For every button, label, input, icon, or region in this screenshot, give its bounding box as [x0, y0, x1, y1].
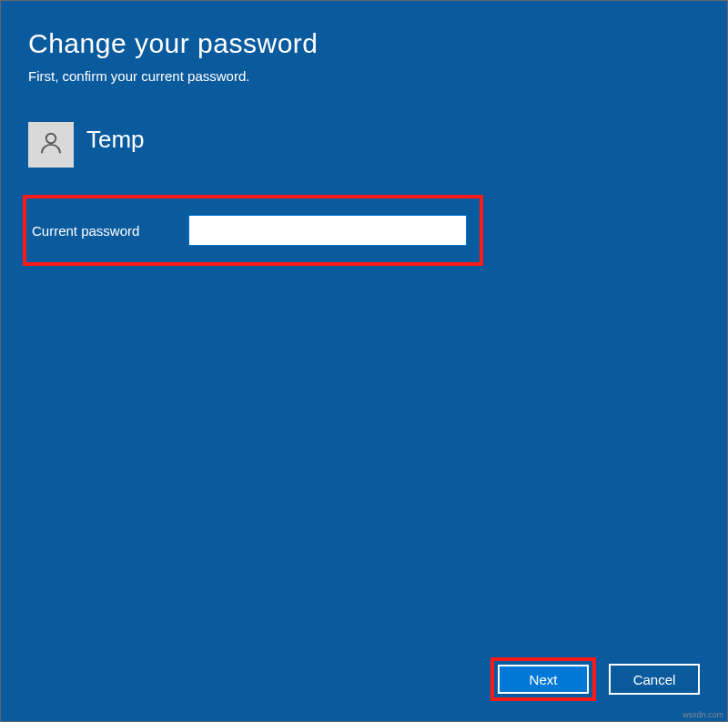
- page-subtitle: First, confirm your current password.: [28, 68, 700, 84]
- current-password-label: Current password: [32, 223, 188, 239]
- current-password-input[interactable]: [188, 215, 467, 246]
- next-button[interactable]: Next: [498, 665, 589, 694]
- username-label: Temp: [86, 126, 145, 154]
- page-title: Change your password: [28, 28, 700, 59]
- svg-point-0: [46, 134, 56, 144]
- dialog-footer: Next Cancel: [490, 657, 700, 701]
- current-password-row: Current password: [23, 195, 483, 266]
- change-password-dialog: Change your password First, confirm your…: [0, 0, 728, 722]
- cancel-button[interactable]: Cancel: [609, 664, 700, 695]
- dialog-content: Change your password First, confirm your…: [1, 1, 727, 266]
- user-icon: [37, 129, 65, 160]
- next-button-highlight: Next: [490, 657, 596, 701]
- user-row: Temp: [28, 122, 700, 168]
- watermark: wsxdn.com: [682, 710, 723, 719]
- avatar: [28, 122, 74, 168]
